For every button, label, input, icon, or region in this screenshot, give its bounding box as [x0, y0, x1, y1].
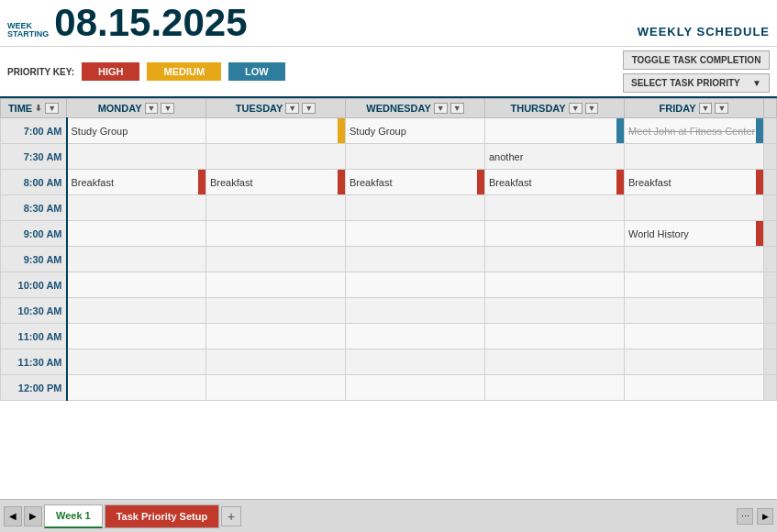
priority-indicator: [616, 118, 624, 143]
time-cell: 11:00 AM: [1, 324, 67, 349]
cell-friday-9[interactable]: [625, 349, 764, 375]
table-row: 10:00 AM: [1, 272, 777, 298]
extra-col: [764, 298, 777, 324]
friday-filter-icon[interactable]: ▼: [699, 103, 713, 114]
cell-friday-10[interactable]: [625, 375, 764, 401]
priority-low-badge: LOW: [228, 62, 285, 81]
cell-wednesday-2[interactable]: Breakfast: [346, 170, 485, 195]
cell-friday-6[interactable]: [625, 272, 764, 298]
cell-monday-5[interactable]: [67, 247, 206, 272]
cell-thursday-7[interactable]: [485, 298, 625, 324]
cell-wednesday-1[interactable]: [346, 144, 485, 170]
toggle-task-completion-button[interactable]: TOGGLE TASK COMPLETION: [623, 50, 770, 70]
event-text: another: [489, 151, 523, 162]
thursday-filter2-icon[interactable]: ▼: [585, 103, 599, 114]
col-header-time: TIME ⬇ ▼: [1, 99, 67, 118]
cell-friday-1[interactable]: [625, 144, 764, 170]
cell-thursday-8[interactable]: [485, 324, 625, 349]
cell-tuesday-10[interactable]: [206, 375, 346, 401]
time-cell: 7:30 AM: [1, 144, 67, 170]
tab-task-priority-setup[interactable]: Task Priority Setup: [105, 504, 219, 528]
wednesday-filter-icon[interactable]: ▼: [434, 103, 448, 114]
cell-tuesday-5[interactable]: [206, 247, 346, 272]
cell-tuesday-0[interactable]: [206, 118, 346, 144]
cell-tuesday-8[interactable]: [206, 324, 346, 349]
table-row: 9:00 AMWorld History: [1, 221, 777, 247]
cell-monday-9[interactable]: [67, 349, 206, 375]
priority-indicator: [616, 170, 624, 194]
tab-add-button[interactable]: +: [221, 506, 241, 526]
cell-wednesday-9[interactable]: [346, 349, 485, 375]
cell-thursday-9[interactable]: [485, 349, 625, 375]
select-task-priority-button[interactable]: SELECT TASK PRIORITY ▼: [623, 73, 770, 93]
cell-monday-0[interactable]: Study Group: [67, 118, 206, 144]
monday-filter2-icon[interactable]: ▼: [161, 103, 174, 114]
cell-wednesday-3[interactable]: [346, 195, 485, 221]
cell-friday-7[interactable]: [625, 298, 764, 324]
cell-thursday-5[interactable]: [485, 247, 625, 272]
priority-medium-badge: MEDIUM: [147, 62, 221, 81]
cell-tuesday-7[interactable]: [206, 298, 346, 324]
cell-monday-1[interactable]: [67, 144, 206, 170]
tuesday-filter2-icon[interactable]: ▼: [302, 103, 316, 114]
time-filter-icon[interactable]: ▼: [45, 103, 59, 114]
cell-monday-3[interactable]: [67, 195, 206, 221]
thursday-filter-icon[interactable]: ▼: [569, 103, 583, 114]
priority-indicator: [477, 170, 484, 194]
time-cell: 9:00 AM: [1, 221, 67, 247]
friday-filter2-icon[interactable]: ▼: [715, 103, 728, 114]
col-header-extra: [764, 99, 777, 118]
bottom-icon-scroll[interactable]: ▶: [757, 508, 773, 525]
cell-tuesday-3[interactable]: [206, 195, 346, 221]
cell-tuesday-4[interactable]: [206, 221, 346, 247]
monday-filter-icon[interactable]: ▼: [145, 103, 159, 114]
time-cell: 12:00 PM: [1, 375, 67, 401]
cell-tuesday-6[interactable]: [206, 272, 346, 298]
priority-indicator: [198, 170, 205, 194]
table-row: 11:00 AM: [1, 324, 777, 349]
date-area: WEEK STARTING 08.15.2025: [7, 4, 248, 42]
cell-thursday-0[interactable]: [485, 118, 625, 144]
event-text: Meet John at Fitness Center: [628, 126, 755, 137]
cell-thursday-6[interactable]: [485, 272, 625, 298]
time-sort-icon[interactable]: ⬇: [35, 104, 42, 113]
cell-monday-8[interactable]: [67, 324, 206, 349]
cell-thursday-3[interactable]: [485, 195, 625, 221]
cell-monday-2[interactable]: Breakfast: [67, 170, 206, 195]
table-row: 9:30 AM: [1, 247, 777, 272]
cell-thursday-4[interactable]: [485, 221, 625, 247]
cell-wednesday-10[interactable]: [346, 375, 485, 401]
priority-indicator: [756, 118, 763, 143]
cell-monday-4[interactable]: [67, 221, 206, 247]
bottom-icon-menu[interactable]: ⋯: [737, 508, 753, 525]
cell-tuesday-9[interactable]: [206, 349, 346, 375]
tab-nav-left[interactable]: ◀: [4, 506, 22, 526]
cell-friday-3[interactable]: [625, 195, 764, 221]
cell-wednesday-7[interactable]: [346, 298, 485, 324]
cell-monday-7[interactable]: [67, 298, 206, 324]
cell-thursday-10[interactable]: [485, 375, 625, 401]
weekly-schedule-table: TIME ⬇ ▼ MONDAY ▼ ▼: [0, 98, 777, 401]
cell-monday-6[interactable]: [67, 272, 206, 298]
tab-nav-right[interactable]: ▶: [24, 506, 42, 526]
cell-friday-8[interactable]: [625, 324, 764, 349]
event-text: World History: [628, 228, 689, 239]
cell-thursday-2[interactable]: Breakfast: [485, 170, 625, 195]
cell-wednesday-5[interactable]: [346, 247, 485, 272]
cell-tuesday-1[interactable]: [206, 144, 346, 170]
cell-thursday-1[interactable]: another: [485, 144, 625, 170]
cell-wednesday-0[interactable]: Study Group: [346, 118, 485, 144]
cell-wednesday-6[interactable]: [346, 272, 485, 298]
tuesday-filter-icon[interactable]: ▼: [285, 103, 299, 114]
cell-friday-5[interactable]: [625, 247, 764, 272]
cell-wednesday-8[interactable]: [346, 324, 485, 349]
cell-tuesday-2[interactable]: Breakfast: [206, 170, 346, 195]
cell-wednesday-4[interactable]: [346, 221, 485, 247]
wednesday-filter2-icon[interactable]: ▼: [450, 103, 464, 114]
cell-friday-2[interactable]: Breakfast: [625, 170, 764, 195]
tab-week1[interactable]: Week 1: [44, 504, 103, 528]
time-cell: 10:30 AM: [1, 298, 67, 324]
cell-friday-4[interactable]: World History: [625, 221, 764, 247]
cell-friday-0[interactable]: Meet John at Fitness Center: [625, 118, 764, 144]
cell-monday-10[interactable]: [67, 375, 206, 401]
